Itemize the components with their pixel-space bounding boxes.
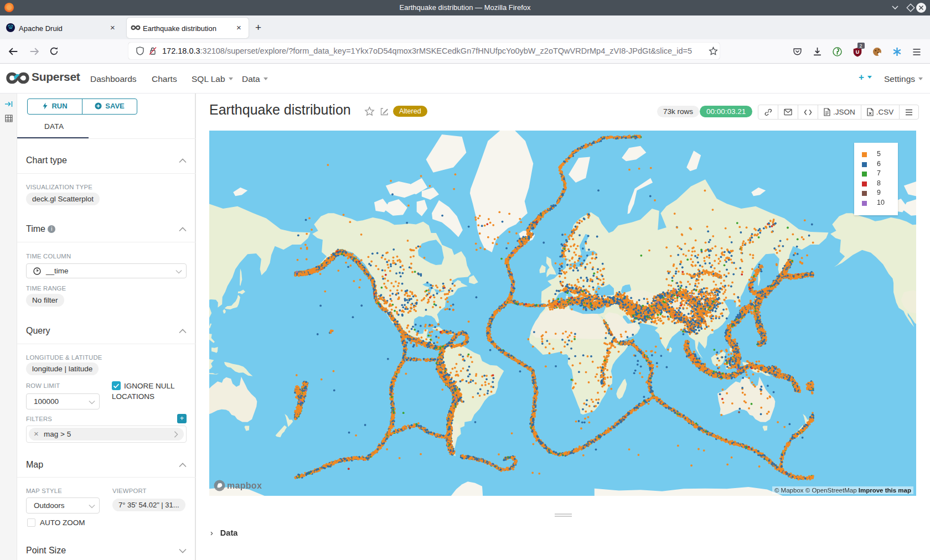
svg-text:U: U — [856, 49, 860, 55]
